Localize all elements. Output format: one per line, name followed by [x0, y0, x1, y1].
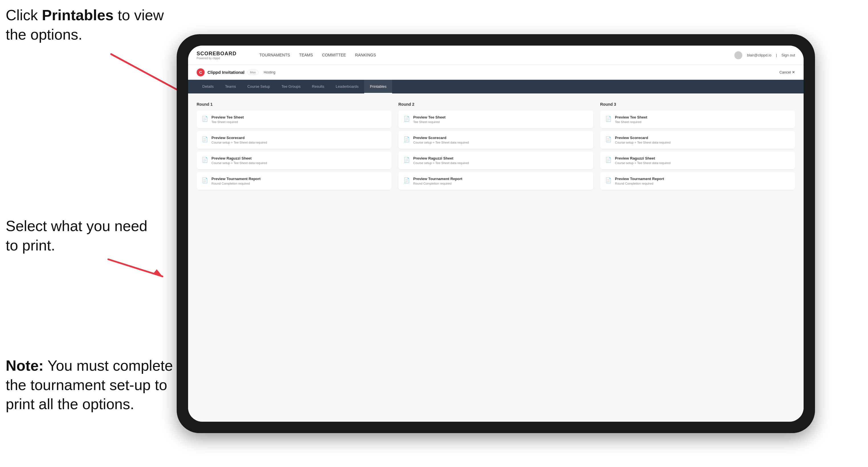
- print-info-r3-c2: Preview ScorecardCourse setup + Tee Shee…: [615, 136, 671, 144]
- print-title-r2-c2: Preview Scorecard: [413, 136, 469, 140]
- print-title-r1-c2: Preview Scorecard: [212, 136, 267, 140]
- tab-details[interactable]: Details: [197, 80, 219, 93]
- print-card-r2-c3[interactable]: 📄Preview Raguzzi SheetCourse setup + Tee…: [398, 152, 593, 169]
- print-title-r1-c1: Preview Tee Sheet: [212, 115, 244, 119]
- print-card-r1-c3[interactable]: 📄Preview Raguzzi SheetCourse setup + Tee…: [197, 152, 392, 169]
- print-card-r3-c3[interactable]: 📄Preview Raguzzi SheetCourse setup + Tee…: [600, 152, 795, 169]
- print-icon-r2-c4: 📄: [404, 177, 410, 184]
- print-info-r2-c1: Preview Tee SheetTee Sheet required: [413, 115, 445, 124]
- print-icon-r2-c3: 📄: [404, 157, 410, 163]
- print-req-r3-c1: Tee Sheet required: [615, 120, 647, 124]
- logo-title: SCOREBOARD: [197, 51, 248, 57]
- print-info-r3-c4: Preview Tournament ReportRound Completio…: [615, 177, 664, 185]
- svg-line-0: [111, 54, 185, 94]
- main-content: Round 1📄Preview Tee SheetTee Sheet requi…: [188, 93, 804, 422]
- tab-printables[interactable]: Printables: [364, 80, 392, 93]
- sub-nav: C Clippd Invitational Men Hosting Cancel…: [188, 65, 804, 80]
- tablet-screen: SCOREBOARD Powered by clippd TOURNAMENTS…: [188, 45, 804, 422]
- print-card-r2-c1[interactable]: 📄Preview Tee SheetTee Sheet required: [398, 111, 593, 128]
- print-card-r3-c1[interactable]: 📄Preview Tee SheetTee Sheet required: [600, 111, 795, 128]
- print-req-r2-c3: Course setup + Tee Sheet data required: [413, 161, 469, 165]
- print-card-r1-c4[interactable]: 📄Preview Tournament ReportRound Completi…: [197, 172, 392, 190]
- separator: |: [776, 53, 777, 57]
- nav-rankings[interactable]: RANKINGS: [355, 52, 376, 59]
- logo-area: SCOREBOARD Powered by clippd: [197, 51, 248, 60]
- tab-course-setup[interactable]: Course Setup: [242, 80, 276, 93]
- tab-results[interactable]: Results: [306, 80, 330, 93]
- round-header-2: Round 2: [398, 102, 593, 106]
- print-req-r1-c4: Round Completion required: [212, 182, 260, 185]
- print-icon-r3-c1: 📄: [605, 116, 612, 122]
- print-card-r2-c4[interactable]: 📄Preview Tournament ReportRound Completi…: [398, 172, 593, 190]
- print-card-r2-c2[interactable]: 📄Preview ScorecardCourse setup + Tee She…: [398, 131, 593, 149]
- print-req-r2-c2: Course setup + Tee Sheet data required: [413, 141, 469, 144]
- print-req-r3-c4: Round Completion required: [615, 182, 664, 185]
- top-nav-items: TOURNAMENTS TEAMS COMMITTEE RANKINGS: [259, 52, 734, 59]
- svg-marker-3: [153, 269, 162, 276]
- print-info-r1-c3: Preview Raguzzi SheetCourse setup + Tee …: [212, 156, 267, 165]
- arrow-middle: [100, 251, 171, 285]
- print-info-r3-c1: Preview Tee SheetTee Sheet required: [615, 115, 647, 124]
- tab-teams[interactable]: Teams: [219, 80, 242, 93]
- print-card-r1-c1[interactable]: 📄Preview Tee SheetTee Sheet required: [197, 111, 392, 128]
- avatar: [734, 51, 742, 59]
- sign-out-link[interactable]: Sign out: [781, 53, 795, 57]
- print-card-r3-c4[interactable]: 📄Preview Tournament ReportRound Completi…: [600, 172, 795, 190]
- print-info-r2-c4: Preview Tournament ReportRound Completio…: [413, 177, 462, 185]
- nav-tournaments[interactable]: TOURNAMENTS: [259, 52, 290, 59]
- print-icon-r3-c4: 📄: [605, 177, 612, 184]
- round-header-3: Round 3: [600, 102, 795, 106]
- round-column-3: Round 3📄Preview Tee SheetTee Sheet requi…: [600, 102, 795, 193]
- print-title-r3-c4: Preview Tournament Report: [615, 177, 664, 181]
- print-icon-r3-c3: 📄: [605, 157, 612, 163]
- round-column-1: Round 1📄Preview Tee SheetTee Sheet requi…: [197, 102, 392, 193]
- logo-sub: Powered by clippd: [197, 57, 248, 60]
- print-info-r2-c2: Preview ScorecardCourse setup + Tee Shee…: [413, 136, 469, 144]
- annotation-bottom: Note: You must complete the tournament s…: [6, 356, 177, 414]
- tablet-frame: SCOREBOARD Powered by clippd TOURNAMENTS…: [177, 34, 815, 433]
- print-icon-r1-c3: 📄: [202, 157, 208, 163]
- print-info-r2-c3: Preview Raguzzi SheetCourse setup + Tee …: [413, 156, 469, 165]
- print-title-r2-c1: Preview Tee Sheet: [413, 115, 445, 119]
- print-title-r1-c4: Preview Tournament Report: [212, 177, 260, 181]
- print-req-r2-c4: Round Completion required: [413, 182, 462, 185]
- print-card-r1-c2[interactable]: 📄Preview ScorecardCourse setup + Tee She…: [197, 131, 392, 149]
- print-req-r2-c1: Tee Sheet required: [413, 120, 445, 124]
- print-title-r2-c4: Preview Tournament Report: [413, 177, 462, 181]
- print-icon-r1-c1: 📄: [202, 116, 208, 122]
- print-icon-r3-c2: 📄: [605, 136, 612, 143]
- print-info-r3-c3: Preview Raguzzi SheetCourse setup + Tee …: [615, 156, 671, 165]
- tournament-logo: C: [197, 68, 205, 76]
- cancel-button[interactable]: Cancel ✕: [779, 70, 795, 74]
- top-nav-right: blair@clippd.io | Sign out: [734, 51, 795, 59]
- round-header-1: Round 1: [197, 102, 392, 106]
- print-req-r1-c3: Course setup + Tee Sheet data required: [212, 161, 267, 165]
- round-column-2: Round 2📄Preview Tee SheetTee Sheet requi…: [398, 102, 593, 193]
- print-icon-r2-c2: 📄: [404, 136, 410, 143]
- print-icon-r2-c1: 📄: [404, 116, 410, 122]
- print-req-r1-c1: Tee Sheet required: [212, 120, 244, 124]
- tab-leaderboards[interactable]: Leaderboards: [330, 80, 364, 93]
- annotation-bold-printables: Printables: [42, 7, 114, 23]
- nav-committee[interactable]: COMMITTEE: [322, 52, 346, 59]
- nav-teams[interactable]: TEAMS: [299, 52, 313, 59]
- print-title-r3-c2: Preview Scorecard: [615, 136, 671, 140]
- annotation-top: Click Printables to view the options.: [6, 6, 171, 44]
- svg-line-2: [108, 259, 162, 276]
- print-req-r1-c2: Course setup + Tee Sheet data required: [212, 141, 267, 144]
- tournament-badge: Men: [247, 70, 258, 75]
- tournament-title: C Clippd Invitational Men Hosting: [197, 68, 779, 76]
- print-info-r1-c4: Preview Tournament ReportRound Completio…: [212, 177, 260, 185]
- tab-tee-groups[interactable]: Tee Groups: [276, 80, 306, 93]
- print-title-r1-c3: Preview Raguzzi Sheet: [212, 156, 267, 160]
- print-card-r3-c2[interactable]: 📄Preview ScorecardCourse setup + Tee She…: [600, 131, 795, 149]
- print-title-r3-c3: Preview Raguzzi Sheet: [615, 156, 671, 160]
- print-req-r3-c3: Course setup + Tee Sheet data required: [615, 161, 671, 165]
- print-info-r1-c2: Preview ScorecardCourse setup + Tee Shee…: [212, 136, 267, 144]
- print-info-r1-c1: Preview Tee SheetTee Sheet required: [212, 115, 244, 124]
- annotation-middle: Select what you need to print.: [6, 217, 160, 255]
- top-nav: SCOREBOARD Powered by clippd TOURNAMENTS…: [188, 45, 804, 65]
- print-icon-r1-c4: 📄: [202, 177, 208, 184]
- tournament-name: Clippd Invitational: [208, 70, 245, 75]
- rounds-grid: Round 1📄Preview Tee SheetTee Sheet requi…: [197, 102, 795, 193]
